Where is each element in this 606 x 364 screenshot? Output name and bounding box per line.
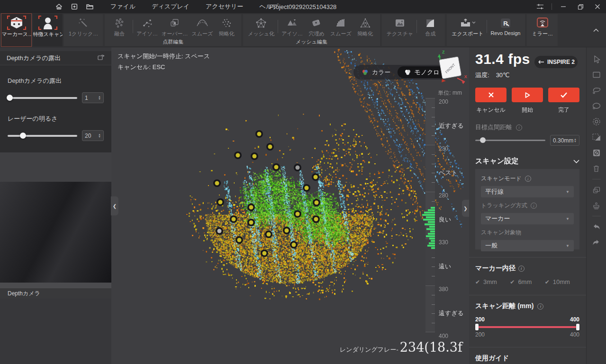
undo-icon[interactable] xyxy=(591,222,602,232)
mirror-cast-icon xyxy=(535,17,550,30)
laser-stepper-icon[interactable]: ▲▼ xyxy=(98,133,101,138)
laser-spinner[interactable]: 20▲▼ xyxy=(82,130,104,141)
pc-isolate-button[interactable]: アイソ… xyxy=(135,16,160,39)
menu-display[interactable]: ディスプレイ xyxy=(152,2,190,11)
delete-icon[interactable] xyxy=(591,163,602,174)
mesh-simplify-button[interactable]: 簡略化 xyxy=(353,16,377,39)
start-scan-button[interactable]: 開始 xyxy=(512,88,543,114)
close-button[interactable] xyxy=(589,0,606,13)
ellipse-select-icon[interactable] xyxy=(591,101,602,111)
feature-scan-button[interactable]: 特徴スキャン xyxy=(33,14,63,46)
home-icon[interactable] xyxy=(55,3,63,10)
mesh-fill-button[interactable]: 穴埋め xyxy=(305,16,328,39)
redo-icon[interactable] xyxy=(591,237,602,248)
composite-button[interactable]: 合成 xyxy=(418,16,442,39)
exposure-spinner[interactable]: 1▲▼ xyxy=(82,92,104,103)
range-handle-max[interactable] xyxy=(576,324,579,330)
undock-icon[interactable] xyxy=(97,54,105,62)
point-distance-slider[interactable] xyxy=(475,140,545,141)
export-group-label xyxy=(447,39,525,46)
mesh-smooth-button[interactable]: スムーズ xyxy=(328,16,353,39)
marker-3mm-checkbox[interactable]: ✔3mm xyxy=(475,278,510,285)
mirror-group: ミラー… xyxy=(527,14,558,46)
mesh-button[interactable]: メッシュ化 xyxy=(246,16,276,39)
user-guide-link[interactable]: 使用ガイド xyxy=(475,354,509,363)
revo-design-button[interactable]: R Revo Design xyxy=(488,16,522,39)
select-cursor-icon[interactable] xyxy=(591,54,602,64)
lasso-select-icon[interactable] xyxy=(591,85,602,96)
marker-size-label: マーカー内径 xyxy=(475,264,516,273)
laser-slider[interactable] xyxy=(8,135,77,137)
laser-value: 20 xyxy=(85,133,91,139)
open-folder-icon[interactable] xyxy=(86,3,94,10)
pc-simplify-button[interactable]: 簡略化 xyxy=(215,16,238,39)
laser-slider-thumb[interactable] xyxy=(20,133,26,139)
toolbar-collapse-icon[interactable] xyxy=(593,27,599,33)
scan-mode-label: スキャンモード xyxy=(481,175,522,183)
range-handle-min[interactable] xyxy=(475,324,479,330)
isolated-points-icon xyxy=(141,17,154,30)
right-panel-expand-handle[interactable]: ❯ xyxy=(462,200,469,217)
duplicate-icon[interactable] xyxy=(591,185,602,195)
overlap-icon xyxy=(169,17,181,30)
fusion-icon xyxy=(113,17,126,30)
one-click-button[interactable]: 1クリック… xyxy=(67,16,100,39)
render-status: レンダリングフレー- 234(18.3f xyxy=(340,340,462,355)
strip-divider xyxy=(592,216,601,216)
marker-scan-button[interactable]: マーカース… xyxy=(1,14,31,46)
paint-brush-icon[interactable] xyxy=(591,200,602,211)
depth-histogram xyxy=(392,207,435,249)
rectangle-select-icon[interactable] xyxy=(591,70,602,80)
exposure-slider-thumb[interactable] xyxy=(7,95,13,101)
texture-label: テクスチャ xyxy=(387,30,413,37)
scan-target-dropdown[interactable]: 一般▼ xyxy=(481,240,574,251)
exposure-slider[interactable] xyxy=(8,97,77,99)
scan-distance-scale: 200 400 xyxy=(475,331,579,338)
info-icon: i xyxy=(525,176,531,182)
pc-smooth-button[interactable]: スムーズ xyxy=(190,16,215,39)
menu-accessories[interactable]: アクセサリー xyxy=(206,2,244,11)
pc-smooth-label: スムーズ xyxy=(191,30,213,37)
orientation-gizmo[interactable]: Z FRONT X xyxy=(428,49,468,89)
scan-settings-header[interactable]: スキャン設定 xyxy=(475,157,579,166)
scan-mode-value: 平行線 xyxy=(485,187,504,196)
texture-button[interactable]: テクスチャ xyxy=(385,16,415,39)
exposure-stepper-icon[interactable]: ▲▼ xyxy=(98,96,101,100)
export-button[interactable]: エクスポート xyxy=(450,16,485,39)
left-panel-collapse-handle[interactable]: ❮ xyxy=(111,196,118,215)
mesh-isolate-button[interactable]: アイソ… xyxy=(280,16,305,39)
marker-10mm-checkbox[interactable]: ✔10mm xyxy=(545,278,579,285)
point-distance-thumb[interactable] xyxy=(480,137,486,143)
mesh-smooth-label: スムーズ xyxy=(330,30,352,37)
new-project-icon[interactable] xyxy=(71,3,78,10)
start-button-label: 開始 xyxy=(522,106,533,114)
pointcloud-edit-group: 融合 アイソ… オーバー… スムーズ 簡略化 xyxy=(105,14,241,46)
pc-overlap-button[interactable]: オーバー… xyxy=(160,16,190,39)
menu-file[interactable]: ファイル xyxy=(110,2,136,11)
panel-spacer-box xyxy=(0,152,111,182)
camera-tab[interactable]: Depthカメラ xyxy=(0,288,111,299)
scan-distance-range-slider[interactable] xyxy=(476,326,579,328)
toggle-color[interactable]: カラー xyxy=(355,66,398,78)
axis-z-label: Z xyxy=(442,50,445,54)
deselect-icon[interactable] xyxy=(591,148,602,158)
restore-button[interactable] xyxy=(572,0,589,13)
complete-scan-button[interactable]: 完了 xyxy=(548,88,579,114)
cancel-scan-button[interactable]: キャンセル xyxy=(475,88,507,114)
preferences-icon[interactable] xyxy=(532,0,549,13)
invert-selection-icon[interactable] xyxy=(591,132,602,142)
scan-viewport[interactable]: スキャン開始/一時停止: スペース キャンセル: ESC カラー モノクロ Z … xyxy=(111,47,469,364)
switch-device-icon xyxy=(537,60,544,64)
point-distance-spinner[interactable]: 0.30mm ▲▼ xyxy=(550,135,579,146)
device-badge[interactable]: INSPIRE 2 xyxy=(534,56,578,68)
mirror-button[interactable]: ミラー… xyxy=(530,16,555,39)
minimize-button[interactable] xyxy=(555,0,572,13)
point-distance-stepper-icon[interactable]: ▲▼ xyxy=(574,138,577,143)
checkmark-icon: ✔ xyxy=(475,279,480,285)
torus-select-icon[interactable] xyxy=(591,116,602,127)
mesh-icon xyxy=(255,17,267,30)
marker-6mm-checkbox[interactable]: ✔6mm xyxy=(510,278,544,285)
fusion-button[interactable]: 融合 xyxy=(108,16,131,39)
scan-mode-dropdown[interactable]: 平行線▼ xyxy=(481,186,574,197)
tracking-dropdown[interactable]: マーカー▼ xyxy=(481,213,574,224)
